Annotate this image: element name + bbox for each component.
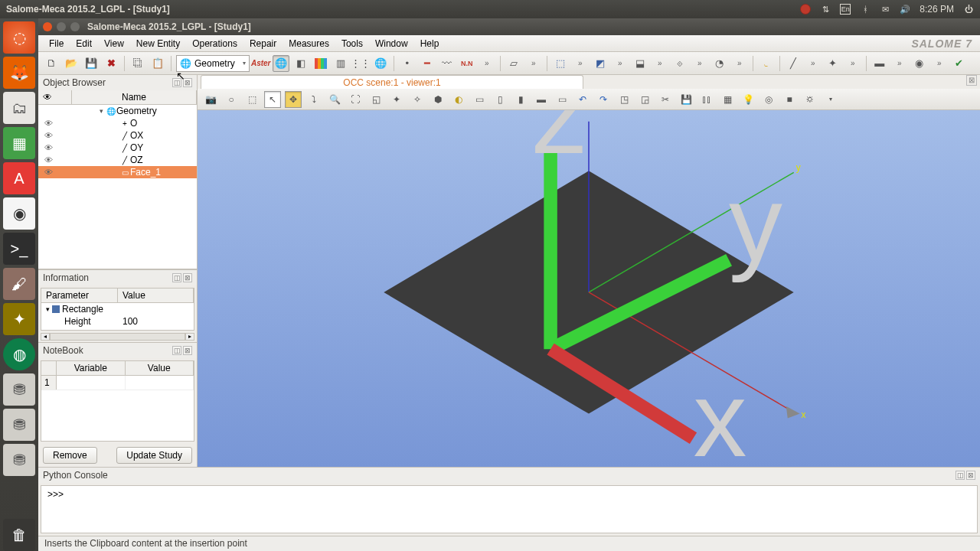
3d-viewport[interactable]: y x z y x (198, 110, 980, 467)
globe-icon[interactable]: ◉ (911, 55, 928, 72)
info-close-icon[interactable]: ⊠ (183, 273, 192, 282)
disk-icon-1[interactable]: ⛃ (3, 373, 35, 406)
ob-close-icon[interactable]: ⊠ (183, 78, 192, 87)
module-icon-3[interactable]: ▥ (332, 55, 349, 72)
menu-edit[interactable]: Edit (70, 37, 98, 51)
sync-icon[interactable]: ⛭ (802, 91, 818, 108)
pan-icon[interactable]: ✥ (285, 91, 302, 108)
copy-icon[interactable]: ⿻ (129, 55, 146, 72)
expand-5[interactable]: » (652, 55, 668, 72)
dropdown-icon[interactable]: ▾ (822, 91, 839, 108)
sphere-icon[interactable]: ◔ (711, 55, 728, 72)
pointer-icon[interactable]: ↖ (264, 91, 281, 108)
window-maximize-button[interactable] (70, 22, 80, 31)
graduated-axis-icon[interactable]: ⫿⫿ (698, 91, 715, 108)
node-icon[interactable]: ✦ (825, 55, 841, 72)
ray-icon[interactable]: ◎ (760, 91, 777, 108)
window-titlebar[interactable]: Salome-Meca 2015.2_LGPL - [Study1] (38, 18, 980, 35)
view-right-icon[interactable]: ▮ (512, 91, 529, 108)
console-close-icon[interactable]: ⊠ (966, 471, 975, 480)
menu-new-entity[interactable]: New Entity (130, 37, 186, 51)
tree-item-oy[interactable]: 👁 ╱ OY (38, 142, 197, 154)
angle-icon[interactable]: ⦦ (758, 55, 775, 72)
files-icon[interactable]: 🗂 (3, 92, 35, 124)
libreoffice-calc-icon[interactable]: ▦ (3, 127, 35, 159)
tree-item-face1[interactable]: 👁 ▭ Face_1 (38, 166, 197, 178)
menu-tools[interactable]: Tools (335, 37, 369, 51)
tree-item-o[interactable]: 👁 + O (38, 117, 197, 129)
info-pin-icon[interactable]: ◫ (172, 273, 181, 282)
view-left-icon[interactable]: ▯ (492, 91, 508, 108)
nb-row-1[interactable]: 1 (41, 376, 194, 390)
firefox-icon[interactable]: 🦊 (3, 57, 35, 89)
box2-icon[interactable]: ◩ (592, 55, 609, 72)
tree-root-geometry[interactable]: ▾ 🌐 Geometry (38, 105, 197, 117)
update-indicator-icon[interactable] (800, 4, 811, 15)
nb-variable-cell[interactable] (57, 376, 126, 390)
nb-pin-icon[interactable]: ◫ (172, 346, 181, 355)
nb-col-variable[interactable]: Variable (57, 361, 126, 375)
volume-icon[interactable]: 🔊 (900, 4, 910, 15)
info-row-height[interactable]: Height 100 (41, 315, 194, 328)
update-study-button[interactable]: Update Study (116, 447, 192, 464)
viewer-tab-occ[interactable]: OCC scene:1 - viewer:1 (201, 75, 583, 89)
memorize-icon[interactable]: 💾 (678, 91, 694, 108)
expand-10[interactable]: » (891, 55, 908, 72)
rotation-point-icon[interactable]: ✧ (409, 91, 426, 108)
module-color-icon[interactable] (312, 55, 329, 72)
disk-icon-3[interactable]: ⛃ (3, 444, 35, 476)
edge-icon[interactable]: ╱ (785, 55, 802, 72)
rotate-cw-icon[interactable]: ↷ (595, 91, 612, 108)
tree-item-ox[interactable]: 👁 ╱ OX (38, 129, 197, 142)
notebook-table[interactable]: Variable Value 1 (41, 360, 194, 442)
global-pan-icon[interactable]: ✦ (388, 91, 405, 108)
persp-icon[interactable]: ◲ (636, 91, 653, 108)
curve-icon[interactable]: 〰 (439, 55, 456, 72)
menu-operations[interactable]: Operations (186, 37, 243, 51)
info-row-rectangle[interactable]: ▾ Rectangle (41, 303, 194, 315)
reset-icon[interactable]: ■ (781, 91, 798, 108)
disk-icon-2[interactable]: ⛃ (3, 409, 35, 441)
hwinfo-icon[interactable]: ◍ (3, 338, 35, 370)
face-icon[interactable]: ▬ (871, 55, 888, 72)
expand-9[interactable]: » (844, 55, 861, 72)
expand-2[interactable]: » (525, 55, 542, 72)
chrome-icon[interactable]: ◉ (3, 197, 35, 230)
expand-4[interactable]: » (612, 55, 629, 72)
menu-help[interactable]: Help (414, 37, 446, 51)
menu-measures[interactable]: Measures (283, 37, 335, 51)
expand-7[interactable]: » (731, 55, 748, 72)
expand-8[interactable]: » (805, 55, 822, 72)
python-console-input[interactable]: >>> (41, 485, 978, 533)
open-icon[interactable]: 📂 (63, 55, 80, 72)
paste-icon[interactable]: 📋 (149, 55, 166, 72)
expand-3[interactable]: » (572, 55, 589, 72)
viewer-tab-close-icon[interactable]: ⊠ (966, 75, 977, 86)
session-icon[interactable]: ⏻ (963, 4, 974, 15)
console-pin-icon[interactable]: ◫ (956, 471, 965, 480)
box-icon[interactable]: ⬚ (552, 55, 569, 72)
ob-col-visibility[interactable]: 👁 (38, 90, 72, 104)
dash-icon[interactable]: ◌ (3, 21, 35, 54)
rotate-ccw-icon[interactable]: ↶ (574, 91, 591, 108)
clock[interactable]: 8:26 PM (920, 4, 954, 15)
close-doc-icon[interactable]: ✖ (103, 55, 119, 72)
clipping-icon[interactable]: ✂ (657, 91, 674, 108)
view-back-icon[interactable]: ▭ (554, 91, 570, 108)
keyboard-layout-indicator[interactable]: En (840, 4, 851, 15)
module-icon-5[interactable]: 🌐 (372, 55, 389, 72)
aster-module-icon[interactable]: Aster (253, 55, 270, 72)
menu-file[interactable]: File (43, 37, 70, 51)
geometry-module-icon[interactable]: 🌐 (273, 55, 289, 72)
line-icon[interactable]: ━ (419, 55, 436, 72)
zoom-icon[interactable]: 🔍 (326, 91, 343, 108)
gimp-icon[interactable]: 🖌 (3, 268, 35, 300)
terminal-icon[interactable]: >_ (3, 233, 35, 265)
view-top-icon[interactable]: ▭ (471, 91, 488, 108)
view-front-icon[interactable]: ◐ (450, 91, 467, 108)
trash-icon[interactable]: 🗑 (3, 519, 35, 551)
module-selector[interactable]: 🌐 Geometry (176, 55, 250, 72)
fit-rect-icon[interactable]: ◱ (368, 91, 384, 108)
window-minimize-button[interactable] (57, 22, 66, 31)
messages-icon[interactable]: ✉ (880, 4, 890, 15)
